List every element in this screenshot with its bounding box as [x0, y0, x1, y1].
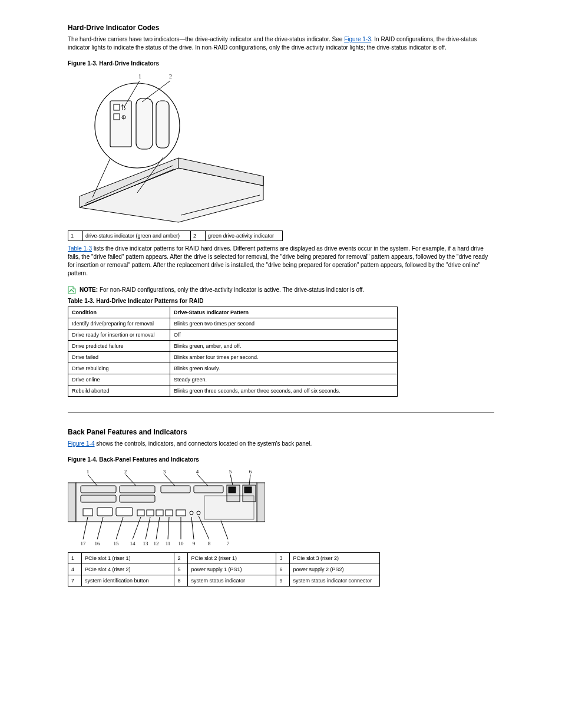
svg-text:6: 6 [249, 469, 252, 475]
note-body: For non-RAID configurations, only the dr… [98, 286, 364, 293]
table-row: Identify drive/preparing for removalBlin… [68, 318, 398, 330]
svg-line-74 [221, 521, 228, 539]
paragraph-back-intro: Figure 1-4 shows the controls, indicator… [68, 440, 494, 448]
svg-text:15: 15 [114, 541, 120, 546]
bc-text: PCIe slot 2 (riser 1) [188, 553, 276, 564]
bc-num: 9 [276, 575, 290, 587]
svg-rect-36 [156, 510, 163, 516]
table-row: Rebuild abortedBlinks green three second… [68, 386, 398, 397]
table-row: 4 PCIe slot 4 (riser 2) 5 power supply 1… [68, 564, 380, 575]
bc-num: 5 [174, 564, 188, 575]
table-caption-b: Drive Indicator Patterns for RAID [111, 298, 203, 304]
cell-pat: Steady green. [170, 374, 398, 386]
svg-text:9: 9 [193, 541, 196, 546]
svg-text:1: 1 [138, 73, 141, 80]
table-row: Drive failedBlinks amber four times per … [68, 352, 398, 363]
svg-rect-20 [81, 486, 116, 493]
figure-1-4-caption: Figure 1-4. Back-Panel Features and Indi… [68, 456, 494, 463]
cell-pat: Blinks green, amber, and off. [170, 341, 398, 352]
table-1-3: Condition Drive-Status Indicator Pattern… [68, 307, 398, 397]
svg-rect-38 [176, 510, 186, 516]
svg-rect-32 [97, 508, 113, 516]
svg-rect-28 [229, 487, 236, 493]
svg-text:3: 3 [163, 469, 166, 475]
text-hd-intro-b: the drive-activity indicator and the dri… [186, 36, 345, 42]
svg-rect-29 [244, 487, 252, 493]
svg-text:4: 4 [196, 469, 199, 475]
svg-rect-8 [114, 114, 120, 120]
svg-rect-25 [120, 495, 155, 502]
table-row: Drive predicted failureBlinks green, amb… [68, 341, 398, 352]
svg-point-40 [197, 511, 200, 515]
text-raid-intro: lists the drive indicator patterns for R… [68, 245, 488, 276]
svg-text:17: 17 [81, 541, 87, 546]
paragraph-hd-intro: The hard-drive carriers have two indicat… [68, 35, 494, 52]
cell-pat: Blinks green two times per second [170, 318, 398, 330]
svg-text:7: 7 [227, 541, 230, 546]
svg-point-39 [190, 511, 193, 515]
figure-1-4-callout-table: 1 PCIe slot 1 (riser 1) 2 PCIe slot 2 (r… [68, 552, 380, 587]
cell-cond: Drive failed [68, 352, 170, 363]
cell-cond: Rebuild aborted [68, 386, 170, 397]
th-pattern: Drive-Status Indicator Pattern [170, 307, 398, 318]
cell-pat: Blinks green three seconds, amber three … [170, 386, 398, 397]
table-row: Drive rebuildingBlinks green slowly. [68, 363, 398, 374]
bc-num: 3 [276, 553, 290, 564]
callout-1-num: 1 [68, 231, 83, 241]
bc-num: 6 [276, 564, 290, 575]
table-1-3-caption: Table 1-3. Hard-Drive Indicator Patterns… [68, 298, 494, 304]
bc-num: 1 [68, 553, 82, 564]
th-condition: Condition [68, 307, 170, 318]
link-table-1-3[interactable]: Table 1-3 [68, 245, 92, 252]
svg-text:1: 1 [87, 469, 90, 475]
figure-1-3-image: 1 2 [68, 69, 268, 227]
note-text: NOTE: For non-RAID configurations, only … [80, 286, 364, 294]
svg-rect-24 [81, 495, 116, 502]
svg-rect-37 [166, 510, 173, 516]
link-figure-1-3[interactable]: Figure 1-3 [344, 36, 371, 42]
svg-text:8: 8 [208, 541, 211, 546]
figure-1-4-image: 1 2 3 4 5 6 17 16 15 14 13 12 11 10 9 8 … [68, 466, 265, 549]
figure-1-3-caption: Figure 1-3. Hard-Drive Indicators [68, 60, 494, 67]
callout-2-num: 2 [190, 231, 205, 241]
text-hd-intro-a: The hard-drive carriers have two indicat… [68, 36, 180, 42]
svg-rect-35 [147, 510, 154, 516]
svg-rect-18 [257, 483, 265, 522]
callout-1-text: drive-status indicator (green and amber) [83, 231, 191, 241]
link-figure-1-4[interactable]: Figure 1-4 [68, 440, 95, 447]
bc-text: PCIe slot 4 (riser 2) [81, 564, 174, 575]
svg-text:13: 13 [143, 541, 149, 546]
bc-text: system status indicator connector [290, 575, 380, 587]
cell-cond: Drive predicted failure [68, 341, 170, 352]
bc-text: power supply 1 (PS1) [188, 564, 276, 575]
heading-back-panel: Back Panel Features and Indicators [68, 428, 494, 436]
bc-num: 2 [174, 553, 188, 564]
svg-rect-17 [68, 483, 76, 522]
table-caption-a: Table 1-3. Hard- [68, 298, 111, 304]
svg-rect-33 [116, 508, 133, 516]
svg-text:10: 10 [178, 541, 184, 546]
cell-cond: Drive ready for insertion or removal [68, 330, 170, 341]
svg-text:11: 11 [166, 541, 171, 546]
note-bold: NOTE: [80, 286, 98, 293]
svg-rect-4 [110, 101, 131, 147]
svg-text:2: 2 [124, 469, 127, 475]
note-nonraid: NOTE: For non-RAID configurations, only … [68, 286, 494, 294]
heading-hard-drive-codes: Hard-Drive Indicator Codes [68, 24, 494, 32]
bc-num: 8 [174, 575, 188, 587]
note-icon [68, 286, 76, 294]
paragraph-raid-intro: Table 1-3 lists the drive indicator patt… [68, 245, 494, 278]
table-row: Drive onlineSteady green. [68, 374, 398, 386]
text-back-intro: shows the controls, indicators, and conn… [95, 440, 312, 447]
cell-pat: Off [170, 330, 398, 341]
svg-rect-7 [114, 104, 120, 110]
callout-2-text: green drive-activity indicator [205, 231, 282, 241]
svg-text:14: 14 [130, 541, 136, 546]
cell-pat: Blinks amber four times per second. [170, 352, 398, 363]
bc-num: 4 [68, 564, 82, 575]
svg-text:2: 2 [169, 73, 172, 80]
bc-num: 7 [68, 575, 82, 587]
svg-text:16: 16 [95, 541, 101, 546]
bc-text: system status indicator [188, 575, 276, 587]
svg-rect-5 [136, 98, 153, 149]
